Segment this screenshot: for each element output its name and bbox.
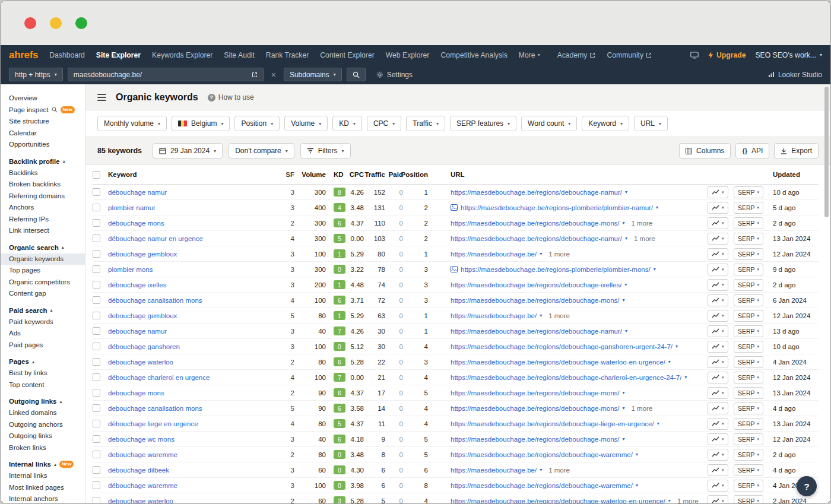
url-link[interactable]: https://maesdebouchage.be/	[451, 467, 537, 474]
chart-dropdown-button[interactable]: ▾	[708, 464, 728, 476]
sidebar-item-paid-pages[interactable]: Paid pages	[1, 340, 85, 351]
serp-dropdown-button[interactable]: SERP▾	[734, 341, 763, 353]
nav-item-content-explorer[interactable]: Content Explorer	[320, 51, 374, 59]
zoom-window-button[interactable]	[75, 17, 87, 29]
filter-chip-belgium[interactable]: Belgium▾	[172, 116, 230, 131]
chart-dropdown-button[interactable]: ▾	[708, 248, 728, 260]
row-checkbox[interactable]	[93, 250, 100, 258]
keyword-link[interactable]: débouchage liege en urgence	[108, 420, 198, 427]
chart-dropdown-button[interactable]: ▾	[708, 495, 728, 504]
chart-dropdown-button[interactable]: ▾	[708, 233, 728, 245]
column-header-kd[interactable]: KD	[326, 171, 346, 178]
row-checkbox[interactable]	[93, 404, 100, 412]
chart-dropdown-button[interactable]: ▾	[708, 325, 728, 337]
scrollbar-thumb[interactable]	[824, 87, 829, 217]
sidebar-item-paid-keywords[interactable]: Paid keywords	[1, 316, 85, 328]
serp-dropdown-button[interactable]: SERP▾	[734, 464, 763, 476]
looker-studio-link[interactable]: Looker Studio	[768, 71, 822, 79]
url-link[interactable]: https://maesdebouchage.be/regions/debouc…	[451, 451, 633, 458]
filter-chip-url[interactable]: URL▾	[634, 116, 668, 131]
url-link[interactable]: https://maesdebouchage.be/regions/debouc…	[451, 389, 620, 397]
serp-dropdown-button[interactable]: SERP▾	[734, 449, 763, 461]
sidebar-item-overview[interactable]: Overview	[1, 93, 85, 104]
keyword-link[interactable]: débouchage canalisation mons	[108, 297, 202, 304]
column-header-updated[interactable]: Updated	[767, 171, 819, 178]
serp-dropdown-button[interactable]: SERP▾	[734, 264, 763, 275]
nav-item-competitive-analysis[interactable]: Competitive Analysis	[440, 51, 507, 59]
url-link[interactable]: https://maesdebouchage.be/regions/debouc…	[451, 235, 622, 242]
column-header-sf[interactable]: SF	[281, 171, 294, 178]
sidebar-item-link-intersect[interactable]: Link intersect	[1, 225, 85, 237]
sidebar-item-content-gap[interactable]: Content gap	[1, 288, 85, 300]
chart-dropdown-button[interactable]: ▾	[708, 202, 728, 214]
row-checkbox[interactable]	[93, 420, 100, 427]
keyword-link[interactable]: debouchage waterloo	[108, 497, 173, 504]
row-checkbox[interactable]	[93, 234, 100, 242]
row-checkbox[interactable]	[93, 265, 100, 273]
keyword-link[interactable]: débouchage namur en urgence	[108, 235, 203, 242]
keyword-link[interactable]: debouchage namur	[108, 328, 167, 335]
serp-dropdown-button[interactable]: SERP▾	[734, 495, 763, 504]
row-checkbox[interactable]	[93, 327, 100, 335]
more-urls-link[interactable]: 1 more	[634, 235, 655, 242]
filter-chip-volume[interactable]: Volume▾	[284, 116, 328, 131]
chart-dropdown-button[interactable]: ▾	[708, 449, 728, 461]
search-button[interactable]	[347, 68, 366, 81]
row-checkbox[interactable]	[93, 435, 100, 443]
row-checkbox[interactable]	[93, 389, 100, 397]
keyword-link[interactable]: plombier mons	[108, 266, 153, 273]
sidebar-group-outgoing-links[interactable]: Outgoing links▴	[1, 391, 85, 407]
serp-dropdown-button[interactable]: SERP▾	[734, 356, 763, 368]
keyword-link[interactable]: debouchage wc mons	[108, 436, 175, 443]
more-urls-link[interactable]: 1 more	[548, 312, 570, 319]
menu-toggle-icon[interactable]	[97, 94, 106, 101]
keyword-link[interactable]: débouchage waremme	[108, 482, 177, 489]
sidebar-group-organic-search[interactable]: Organic search▴	[1, 237, 85, 253]
row-checkbox[interactable]	[93, 343, 100, 350]
row-checkbox[interactable]	[93, 497, 100, 504]
settings-button[interactable]: Settings	[376, 71, 413, 79]
nav-item-community[interactable]: Community	[607, 51, 652, 59]
url-link[interactable]: https://maesdebouchage.be/regions-plombe…	[461, 266, 651, 273]
keyword-link[interactable]: debouchage mons	[108, 389, 164, 397]
url-link[interactable]: https://maesdebouchage.be/regions/debouc…	[451, 297, 620, 304]
sidebar-item-best-by-links[interactable]: Best by links	[1, 367, 85, 379]
sidebar-group-paid-search[interactable]: Paid search▴	[1, 300, 85, 316]
sidebar-item-ads[interactable]: Ads	[1, 328, 85, 340]
url-link[interactable]: https://maesdebouchage.be/regions/debouc…	[451, 359, 665, 366]
nav-item-web-explorer[interactable]: Web Explorer	[386, 51, 430, 59]
url-link[interactable]: https://maesdebouchage.be/	[451, 251, 537, 258]
row-checkbox[interactable]	[93, 466, 100, 474]
column-header-cpc[interactable]: CPC	[346, 171, 364, 178]
keyword-link[interactable]: débouchage ixelles	[108, 281, 166, 289]
sidebar-item-internal-links[interactable]: Internal links	[1, 470, 85, 482]
export-button[interactable]: Export	[774, 143, 819, 159]
row-checkbox[interactable]	[93, 481, 100, 489]
sidebar-item-broken-backlinks[interactable]: Broken backlinks	[1, 179, 85, 191]
clear-target-icon[interactable]: ×	[268, 70, 279, 80]
serp-dropdown-button[interactable]: SERP▾	[734, 387, 763, 399]
serp-dropdown-button[interactable]: SERP▾	[734, 433, 763, 445]
sidebar-item-linked-domains[interactable]: Linked domains	[1, 407, 85, 419]
keyword-link[interactable]: débouchage ganshoren	[108, 343, 180, 350]
sidebar-item-most-linked-pages[interactable]: Most linked pages	[1, 482, 85, 494]
row-checkbox[interactable]	[93, 188, 100, 196]
chart-dropdown-button[interactable]: ▾	[708, 418, 728, 430]
keyword-link[interactable]: debouchage waremme	[108, 451, 177, 458]
chart-dropdown-button[interactable]: ▾	[708, 264, 728, 275]
serp-dropdown-button[interactable]: SERP▾	[734, 294, 763, 306]
serp-dropdown-button[interactable]: SERP▾	[734, 279, 763, 291]
filter-chip-keyword[interactable]: Keyword▾	[582, 116, 629, 131]
column-header-volume[interactable]: Volume	[294, 171, 326, 178]
scope-select[interactable]: Subdomains ▾	[284, 68, 342, 81]
keyword-link[interactable]: débouchage dilbeek	[108, 467, 169, 474]
nav-item-keywords-explorer[interactable]: Keywords Explorer	[152, 51, 212, 59]
serp-dropdown-button[interactable]: SERP▾	[734, 217, 763, 229]
filter-chip-monthly-volume[interactable]: Monthly volume▾	[97, 116, 167, 131]
more-urls-link[interactable]: 1 more	[548, 251, 570, 258]
serp-dropdown-button[interactable]: SERP▾	[734, 248, 763, 260]
column-header-traffic[interactable]: Traffic	[364, 171, 385, 178]
row-checkbox[interactable]	[93, 204, 100, 211]
chart-dropdown-button[interactable]: ▾	[708, 480, 728, 492]
chart-dropdown-button[interactable]: ▾	[708, 341, 728, 353]
